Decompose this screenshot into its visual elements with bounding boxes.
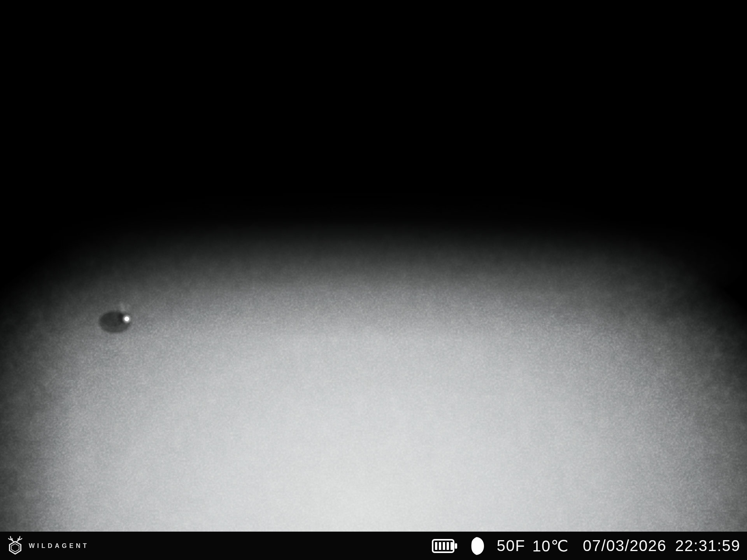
sensor-grain-texture bbox=[0, 0, 747, 532]
time-stamp: 22:31:59 bbox=[675, 537, 740, 555]
battery-icon bbox=[431, 539, 457, 553]
date-stamp: 07/03/2026 bbox=[583, 537, 666, 555]
temperature-celsius: 10℃ bbox=[532, 537, 569, 555]
deer-antler-logo-icon bbox=[6, 536, 24, 556]
temperature-fahrenheit: 50F bbox=[497, 537, 525, 555]
status-bar: WILDAGENT 50F 10℃ 0 bbox=[0, 532, 747, 560]
brand-name: WILDAGENT bbox=[29, 542, 89, 550]
status-readouts: 50F 10℃ 07/03/2026 22:31:59 bbox=[431, 536, 740, 556]
brand-logo: WILDAGENT bbox=[6, 536, 89, 556]
trail-camera-screenshot: WILDAGENT 50F 10℃ 0 bbox=[0, 0, 747, 560]
moon-phase-icon bbox=[467, 536, 485, 556]
night-photo bbox=[0, 0, 747, 532]
